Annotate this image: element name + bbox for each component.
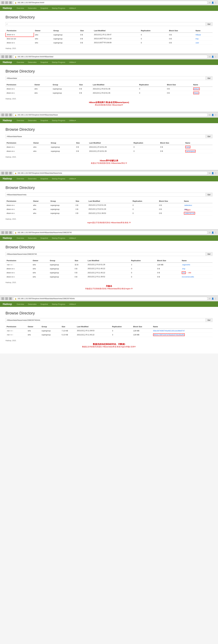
cell-name[interactable]: tmp — [195, 37, 213, 41]
star-icon-3[interactable]: ☆ — [209, 114, 211, 116]
nav-snapshot-6[interactable]: Snapshot — [38, 301, 50, 307]
link-regioninfo[interactable]: .regioninfo — [182, 264, 190, 266]
url-bar-3[interactable]: 🔒 192.168.1.101:50070/explorer.html#/HBa… — [13, 113, 208, 117]
go-button-1[interactable]: Go! — [206, 22, 213, 26]
link-recovered-edits[interactable]: recovered.edits — [182, 276, 194, 278]
link-tmp[interactable]: tmp — [196, 38, 199, 40]
forward-btn-5[interactable]: → — [5, 231, 8, 234]
reload-btn-4[interactable]: ↻ — [9, 172, 12, 174]
path-input-5[interactable] — [5, 252, 206, 256]
cell-name[interactable]: .tmp — [181, 267, 213, 271]
link-default[interactable]: default — [193, 88, 200, 90]
cell-name[interactable]: .regioninfo — [181, 262, 213, 267]
nav-snapshot-2[interactable]: Snapshot — [38, 60, 50, 65]
reload-btn-5[interactable]: ↻ — [9, 231, 12, 234]
nav-utilities[interactable]: Utilities — [67, 5, 78, 11]
reload-btn-2[interactable]: ↻ — [9, 55, 12, 58]
star-icon[interactable]: ☆ — [209, 2, 211, 4]
menu-icon[interactable]: ⋮ — [215, 2, 217, 4]
nav-overview-3[interactable]: Overview — [15, 118, 26, 123]
link-file2[interactable]: 99331735f72347d781b3c5743c06a4f2 — [154, 334, 184, 336]
nav-utilities-6[interactable]: Utilities — [67, 301, 78, 307]
cell-name[interactable]: hbase — [192, 91, 213, 95]
link-region[interactable]: 1588230740 — [185, 212, 194, 214]
nav-overview[interactable]: Overview — [15, 5, 26, 11]
cell-name[interactable]: .tabledesc — [183, 203, 213, 207]
profile-icon-5[interactable]: 👤 — [212, 232, 214, 234]
path-input-3[interactable] — [5, 134, 206, 138]
nav-startup-progress-2[interactable]: Startup Progress — [50, 60, 67, 65]
back-btn[interactable]: ← — [1, 1, 4, 4]
nav-snapshot-3[interactable]: Snapshot — [38, 118, 50, 123]
menu-icon-3[interactable]: ⋮ — [215, 114, 217, 116]
go-button-2[interactable]: Go! — [206, 76, 213, 80]
go-button-5[interactable]: Go! — [206, 252, 213, 256]
link-info[interactable]: info — [182, 272, 185, 274]
menu-icon-2[interactable]: ⋮ — [215, 56, 217, 58]
menu-icon-4[interactable]: ⋮ — [215, 172, 217, 174]
nav-startup-progress-5[interactable]: Startup Progress — [50, 235, 67, 241]
link-tabledesc[interactable]: .tabledesc — [184, 204, 192, 206]
cell-name[interactable]: 1588230740 ↗Region — [183, 211, 213, 215]
link-tmp-region[interactable]: .tmp — [182, 268, 185, 270]
nav-datanodes-2[interactable]: Datanodes — [26, 60, 38, 65]
cell-name[interactable]: user — [195, 41, 213, 45]
back-btn-5[interactable]: ← — [1, 231, 4, 234]
nav-overview-6[interactable]: Overview — [15, 301, 26, 307]
nav-overview-4[interactable]: Overview — [15, 176, 26, 181]
url-bar-4[interactable]: 🔒 192.168.1.101:50070/explorer.html#/HBa… — [13, 171, 208, 175]
nav-datanodes[interactable]: Datanodes — [26, 5, 38, 11]
star-icon-6[interactable]: ☆ — [209, 298, 211, 300]
go-button-4[interactable]: Go! — [206, 193, 213, 196]
nav-overview-5[interactable]: Overview — [15, 235, 26, 241]
cell-name[interactable]: 99331735f72347d781b3c5743c06a4f2 — [152, 333, 213, 337]
nav-datanodes-4[interactable]: Datanodes — [26, 176, 38, 181]
nav-datanodes-3[interactable]: Datanodes — [26, 118, 38, 123]
nav-startup-progress[interactable]: Startup Progress — [50, 5, 67, 11]
url-bar-2[interactable]: 🔒 192.168.1.101:50070/explorer.html#/HBa… — [13, 55, 208, 58]
nav-datanodes-6[interactable]: Datanodes — [26, 301, 38, 307]
link-hbase-2[interactable]: hbase — [193, 92, 199, 94]
profile-icon-6[interactable]: 👤 — [212, 298, 214, 300]
path-input-2[interactable] — [5, 76, 206, 80]
cell-name[interactable]: namespace — [184, 149, 213, 153]
star-icon-4[interactable]: ☆ — [209, 172, 211, 174]
path-input-6[interactable] — [5, 318, 206, 322]
forward-btn-6[interactable]: → — [5, 297, 8, 300]
nav-snapshot[interactable]: Snapshot — [38, 5, 50, 11]
link-user[interactable]: user — [196, 42, 199, 44]
forward-btn-3[interactable]: → — [5, 114, 8, 116]
link-namespace[interactable]: namespace — [186, 150, 195, 152]
nav-utilities-2[interactable]: Utilities — [67, 60, 78, 65]
back-btn-2[interactable]: ← — [1, 55, 4, 58]
cell-name[interactable]: default — [192, 87, 213, 91]
nav-datanodes-5[interactable]: Datanodes — [26, 235, 38, 241]
url-bar-5[interactable]: 🔒 192.168.1.101:50070/explorer.html#/HBa… — [13, 231, 208, 234]
go-button-3[interactable]: Go! — [206, 134, 213, 138]
profile-icon[interactable]: 👤 — [212, 2, 214, 4]
cell-name[interactable]: info ← info — [181, 271, 213, 275]
nav-overview-2[interactable]: Overview — [15, 60, 26, 65]
nav-utilities-3[interactable]: Utilities — [67, 118, 78, 123]
back-btn-4[interactable]: ← — [1, 172, 4, 174]
url-bar-6[interactable]: 🔒 192.168.1.101:50070/explorer.html#/HBa… — [13, 297, 208, 300]
path-input-1[interactable] — [5, 22, 206, 26]
go-button-6[interactable]: Go! — [206, 318, 213, 322]
back-btn-6[interactable]: ← — [1, 297, 4, 300]
menu-icon-6[interactable]: ⋮ — [215, 298, 217, 300]
star-icon-5[interactable]: ☆ — [209, 232, 211, 234]
url-bar-1[interactable]: 🔒 192.168.1.101:50070/explorer.html#/ — [13, 1, 208, 4]
cell-name[interactable]: recovered.edits — [181, 275, 213, 279]
link-hbase[interactable]: HBase — [196, 34, 201, 36]
forward-btn-2[interactable]: → — [5, 55, 8, 58]
forward-btn[interactable]: → — [5, 1, 8, 4]
nav-utilities-5[interactable]: Utilities — [67, 235, 78, 241]
cell-name[interactable]: meta — [184, 145, 213, 149]
cell-name[interactable]: 55bc3674085744a49213011b196b9747 — [152, 328, 213, 333]
nav-snapshot-5[interactable]: Snapshot — [38, 235, 50, 241]
reload-btn[interactable]: ↻ — [9, 1, 12, 4]
profile-icon-2[interactable]: 👤 — [212, 56, 214, 58]
nav-snapshot-4[interactable]: Snapshot — [38, 176, 50, 181]
nav-utilities-4[interactable]: Utilities — [67, 176, 78, 181]
menu-icon-5[interactable]: ⋮ — [215, 232, 217, 234]
